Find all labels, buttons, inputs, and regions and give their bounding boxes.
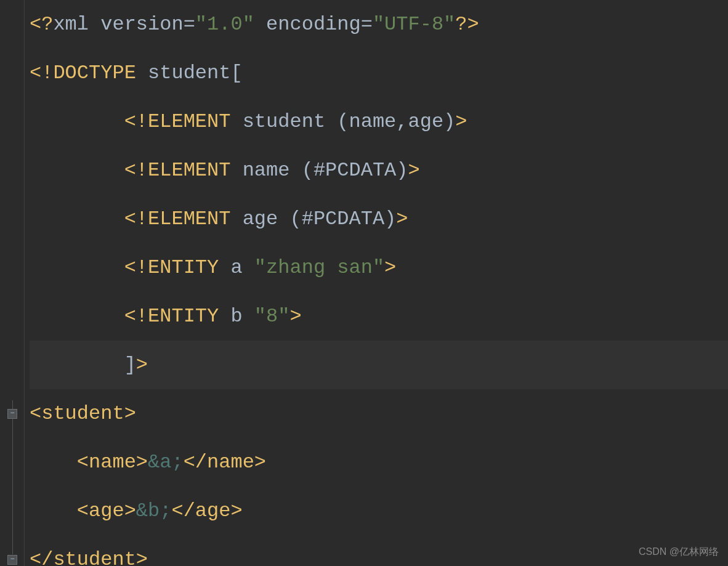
code-editor[interactable]: −− <?xml version="1.0" encoding="UTF-8"?… (0, 0, 728, 566)
code-line[interactable]: </student> (30, 535, 728, 566)
code-line[interactable]: <!ELEMENT age (#PCDATA)> (30, 195, 728, 243)
code-token: <age> (77, 499, 136, 522)
code-token: "UTF-8" (373, 13, 455, 36)
code-token: "zhang san" (254, 256, 384, 279)
fold-toggle-icon[interactable]: − (7, 409, 17, 419)
code-line[interactable]: <!ELEMENT student (name,age)> (30, 97, 728, 146)
code-token: = (184, 13, 195, 36)
code-token: b (230, 305, 254, 328)
code-line[interactable]: ]> (30, 341, 728, 389)
code-token: ( (289, 208, 301, 230)
code-line[interactable]: <name>&a;</name> (30, 438, 728, 487)
code-token: ) (384, 208, 396, 230)
code-token: ) (396, 159, 408, 182)
code-token: <!ENTITY (30, 256, 230, 279)
code-area[interactable]: <?xml version="1.0" encoding="UTF-8"?><!… (25, 0, 728, 566)
code-token: ] (30, 354, 136, 376)
code-token: > (136, 354, 148, 376)
code-token: > (289, 305, 301, 328)
code-line[interactable]: <student> (30, 389, 728, 438)
code-token: student (148, 62, 230, 84)
code-token: ( (337, 110, 349, 133)
code-line[interactable]: <!ENTITY b "8"> (30, 292, 728, 341)
code-line[interactable]: <!ELEMENT name (#PCDATA)> (30, 146, 728, 195)
code-token: = (361, 13, 373, 36)
code-token: #PCDATA (313, 159, 396, 182)
fold-guide-line (12, 400, 13, 554)
code-token: > (384, 256, 396, 279)
code-token (30, 499, 77, 522)
code-token: <!ENTITY (30, 305, 230, 328)
code-token: "8" (254, 305, 290, 328)
code-line[interactable]: <?xml version="1.0" encoding="UTF-8"?> (30, 0, 728, 49)
code-token: student (243, 110, 338, 133)
code-token: &b; (136, 499, 172, 522)
code-token: <!DOCTYPE (30, 62, 148, 84)
code-token: </age> (171, 499, 242, 522)
code-token: > (408, 159, 420, 182)
fold-toggle-icon[interactable]: − (7, 555, 17, 565)
code-token: ) (443, 110, 455, 133)
code-token: </student> (30, 548, 148, 566)
code-token: <student> (30, 402, 136, 425)
code-token: <!ELEMENT (30, 159, 243, 182)
code-token: </name> (184, 451, 266, 474)
code-line[interactable]: <!DOCTYPE student[ (30, 49, 728, 97)
code-token: xml version (53, 13, 183, 36)
code-token: age (243, 208, 290, 230)
code-token: name (243, 159, 302, 182)
code-token: <!ELEMENT (30, 110, 243, 133)
code-token: "1.0" (195, 13, 254, 36)
watermark: CSDN @亿林网络 (639, 544, 719, 560)
code-token: &a; (148, 451, 184, 474)
code-token: #PCDATA (302, 208, 384, 230)
code-token: <name> (77, 451, 148, 474)
code-token: ( (302, 159, 313, 182)
code-token: > (455, 110, 467, 133)
editor-gutter: −− (0, 0, 25, 566)
code-token: encoding (254, 13, 361, 36)
code-token (30, 451, 77, 474)
code-token: <? (30, 13, 53, 36)
code-token: > (396, 208, 408, 230)
code-token: name,age (349, 110, 443, 133)
code-line[interactable]: <!ENTITY a "zhang san"> (30, 243, 728, 292)
code-token: [ (230, 62, 242, 84)
code-token: <!ELEMENT (30, 208, 243, 230)
code-token: ?> (455, 13, 479, 36)
code-token: a (230, 256, 254, 279)
code-line[interactable]: <age>&b;</age> (30, 487, 728, 535)
